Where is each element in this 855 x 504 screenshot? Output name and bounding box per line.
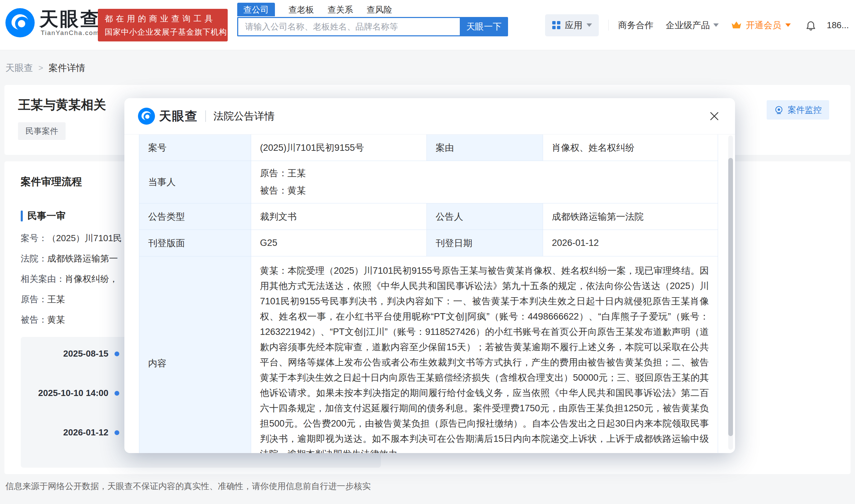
breadcrumb-home[interactable]: 天眼查	[5, 62, 33, 74]
chevron-down-icon	[587, 23, 592, 27]
apps-label: 应用	[565, 19, 582, 31]
header-nav: 应用 商务合作 企业级产品 开通会员 186...	[545, 0, 849, 50]
court-announcement-modal: 天眼查 法院公告详情 案号 (2025)川7101民初9155号 案由 肖像权、…	[124, 98, 735, 453]
announcer-value-cell: 成都铁路运输第一法院	[543, 203, 718, 230]
party-plaintiff: 原告：王某	[260, 166, 306, 181]
breadcrumb-current: 案件详情	[49, 62, 85, 74]
field-court: 法院： 成都铁路运输第一	[21, 252, 122, 265]
stage-accent-bar	[21, 211, 23, 221]
search-input[interactable]	[237, 17, 460, 36]
tianyancha-logo-icon	[138, 108, 155, 125]
tab-boss[interactable]: 查老板	[289, 3, 314, 16]
footer-disclaimer: 信息来源于网络公开数据，天眼查不保证内容的真实性、准确性，请你使用信息前自行进一…	[5, 481, 371, 492]
modal-scrollbar-thumb[interactable]	[728, 158, 733, 436]
search-area: 查公司 查老板 查关系 查风险 天眼一下	[237, 3, 508, 36]
field-case-no: 案号： （2025）川7101民	[21, 232, 122, 244]
type-value-cell: 裁判文书	[251, 203, 427, 230]
modal-title-divider	[205, 110, 206, 122]
announcer-label-cell: 公告人	[427, 203, 543, 230]
modal-title: 法院公告详情	[213, 109, 275, 123]
tab-risk[interactable]: 查风险	[367, 3, 392, 16]
search-button[interactable]: 天眼一下	[460, 17, 508, 36]
modal-header: 天眼查 法院公告详情	[124, 98, 735, 134]
case-fields: 案号： （2025）川7101民 法院： 成都铁路运输第一 相关案由： 肖像权纠…	[21, 232, 122, 334]
field-defendant: 被告： 黄某	[21, 313, 122, 326]
pub-page-value-cell: G25	[251, 230, 427, 256]
section-title: 案件审理流程	[21, 175, 82, 189]
timeline-date: 2026-01-12	[63, 427, 108, 438]
monitor-icon	[774, 105, 784, 115]
chevron-down-icon	[785, 23, 791, 27]
vip-upgrade-button[interactable]: 开通会员	[731, 19, 791, 31]
modal-body: 案号 (2025)川7101民初9155号 案由 肖像权、姓名权纠纷 当事人 原…	[124, 134, 735, 453]
case-type-badge: 民事案件	[18, 122, 66, 140]
trial-stage: 民事一审	[21, 210, 66, 222]
header: 天眼查 TianYanCha.com 都 在 用 的 商 业 查 询 工 具 国…	[0, 0, 855, 50]
apps-menu[interactable]: 应用	[545, 14, 599, 36]
breadcrumb: 天眼查 > 案件详情	[5, 62, 855, 74]
nav-enterprise-label: 企业级产品	[666, 19, 710, 31]
timeline-dot	[115, 430, 119, 435]
case-no-value-cell: (2025)川7101民初9155号	[251, 134, 427, 161]
field-cause: 相关案由： 肖像权纠纷，	[21, 273, 122, 285]
timeline-date: 2025-10-10 14:00	[38, 388, 108, 398]
cause-value-cell: 肖像权、姓名权纠纷	[543, 134, 718, 161]
promo-line1: 都 在 用 的 商 业 查 询 工 具	[105, 13, 221, 24]
tab-relation[interactable]: 查关系	[328, 3, 353, 16]
timeline-dot	[115, 391, 119, 396]
case-no-label-cell: 案号	[139, 134, 251, 161]
announcement-table: 案号 (2025)川7101民初9155号 案由 肖像权、姓名权纠纷 当事人 原…	[139, 134, 718, 453]
type-label-cell: 公告类型	[139, 203, 251, 230]
pub-page-label-cell: 刊登版面	[139, 230, 251, 256]
party-defendant: 被告：黄某	[260, 183, 306, 198]
cause-label-cell: 案由	[427, 134, 543, 161]
crown-icon	[731, 21, 742, 30]
timeline-dot	[115, 352, 119, 356]
content-label-cell: 内容	[139, 256, 251, 453]
notifications-bell-icon[interactable]	[805, 19, 817, 31]
logo-domain-text: TianYanCha.com	[41, 29, 100, 37]
timeline-entry: 2025-08-15	[21, 348, 119, 359]
nav-divider	[608, 20, 609, 31]
timeline-date: 2025-08-15	[63, 348, 108, 359]
breadcrumb-separator: >	[38, 63, 43, 73]
chevron-down-icon	[713, 23, 719, 27]
content-value-cell: 黄某：本院受理（2025）川7101民初9155号原告王某与被告黄某肖像权、姓名…	[251, 256, 718, 453]
tab-company[interactable]: 查公司	[237, 3, 275, 16]
nav-cooperation[interactable]: 商务合作	[618, 19, 653, 31]
site-logo[interactable]: 天眼查 TianYanCha.com	[5, 8, 101, 37]
stage-label: 民事一审	[28, 210, 66, 222]
modal-brand-text: 天眼查	[159, 108, 198, 125]
user-phone[interactable]: 186...	[827, 20, 849, 31]
field-plaintiff: 原告： 王某	[21, 293, 122, 305]
vip-label: 开通会员	[746, 19, 781, 31]
tianyancha-logo-icon	[5, 8, 35, 37]
search-tabs: 查公司 查老板 查关系 查风险	[237, 3, 508, 16]
promo-banner: 都 在 用 的 商 业 查 询 工 具 国家中小企业发展子基金旗下机构	[98, 9, 228, 41]
case-monitor-label: 案件监控	[788, 104, 822, 115]
case-monitor-button[interactable]: 案件监控	[767, 100, 829, 120]
close-icon[interactable]	[707, 109, 721, 123]
timeline-entry: 2025-10-10 14:00	[21, 388, 119, 398]
nav-enterprise-products[interactable]: 企业级产品	[666, 19, 719, 31]
pub-date-value-cell: 2026-01-12	[543, 230, 718, 256]
logo-brand-text: 天眼查	[39, 9, 101, 29]
apps-grid-icon	[552, 21, 561, 30]
timeline-entry: 2026-01-12	[21, 427, 119, 438]
party-value-cell: 原告：王某 被告：黄某	[251, 161, 718, 203]
party-label-cell: 当事人	[139, 161, 251, 203]
pub-date-label-cell: 刊登日期	[427, 230, 543, 256]
promo-line2: 国家中小企业发展子基金旗下机构	[105, 27, 221, 37]
